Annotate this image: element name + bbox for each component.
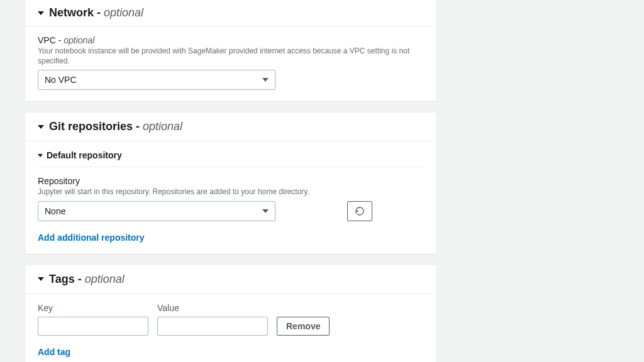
network-header[interactable]: Network - optional (25, 0, 436, 26)
optional-label: - optional (97, 6, 143, 19)
refresh-icon (355, 206, 365, 216)
vpc-helper: Your notebook instance will be provided … (38, 47, 424, 66)
network-panel: Network - optional VPC - optional Your n… (25, 0, 436, 101)
tag-value-input[interactable] (157, 317, 268, 336)
caret-down-icon (38, 277, 44, 281)
repository-selected-value: None (45, 206, 65, 216)
chevron-down-icon (262, 209, 269, 213)
value-label: Value (157, 303, 268, 313)
git-title: Git repositories (49, 120, 133, 133)
vpc-label: VPC - optional (38, 35, 424, 45)
repo-label: Repository (38, 176, 424, 186)
tags-panel: Tags - optional Key Value Remove Add tag (25, 265, 436, 362)
default-repository-header[interactable]: Default repository (38, 150, 424, 167)
optional-label: - optional (136, 120, 182, 133)
tag-row: Key Value Remove (38, 303, 424, 336)
remove-label: Remove (286, 321, 320, 331)
caret-down-icon (38, 154, 43, 157)
default-repository-label: Default repository (47, 150, 122, 160)
caret-down-icon (38, 11, 44, 15)
tags-title: Tags (49, 273, 75, 285)
refresh-button[interactable] (347, 201, 372, 221)
git-panel: Git repositories - optional Default repo… (25, 112, 436, 254)
git-body: Default repository Repository Jupyter wi… (25, 141, 436, 254)
vpc-selected-value: No VPC (45, 75, 77, 85)
git-header[interactable]: Git repositories - optional (25, 112, 436, 141)
chevron-down-icon (262, 78, 269, 82)
repository-select[interactable]: None (38, 201, 275, 221)
tags-body: Key Value Remove Add tag (25, 294, 436, 362)
add-repository-link[interactable]: Add additional repository (38, 233, 145, 243)
key-label: Key (38, 303, 148, 313)
network-title: Network (49, 6, 94, 19)
caret-down-icon (38, 125, 44, 129)
network-body: VPC - optional Your notebook instance wi… (25, 26, 436, 101)
add-tag-link[interactable]: Add tag (38, 347, 70, 357)
tags-header[interactable]: Tags - optional (25, 265, 436, 294)
remove-tag-button[interactable]: Remove (277, 317, 330, 336)
optional-label: - optional (78, 273, 125, 285)
tag-key-input[interactable] (38, 317, 148, 336)
repo-helper: Jupyter will start in this repository. R… (38, 187, 424, 197)
vpc-select[interactable]: No VPC (38, 70, 275, 90)
